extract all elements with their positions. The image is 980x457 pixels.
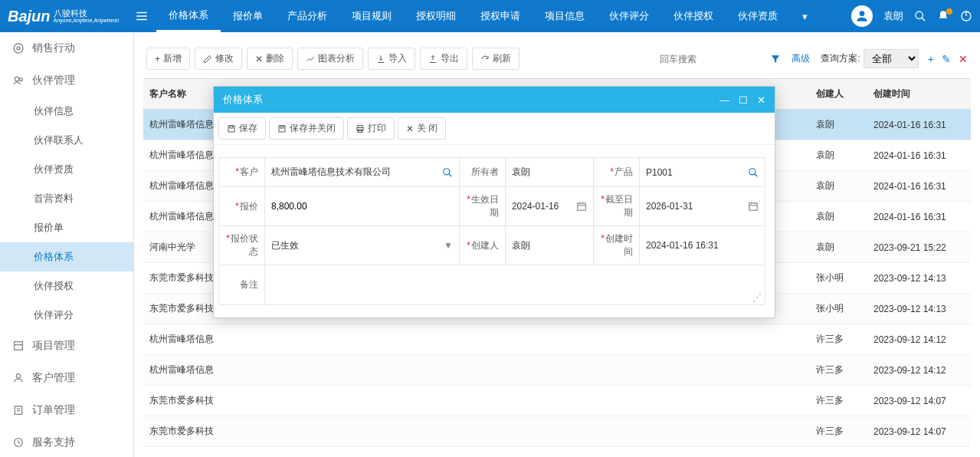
svg-line-32: [755, 173, 758, 176]
edit-button[interactable]: 修改: [195, 48, 242, 70]
top-right: 袁朗: [851, 5, 972, 27]
sidebar-icon: [12, 436, 25, 449]
calendar-icon[interactable]: [576, 201, 587, 212]
price-status-field[interactable]: 已生效▼: [265, 226, 460, 265]
modal-toolbar: 保存 保存并关闭 打印 ✕关 闭: [214, 113, 775, 145]
svg-rect-25: [280, 126, 284, 128]
effective-date-field[interactable]: 2024-01-16: [505, 187, 593, 226]
svg-line-5: [922, 18, 925, 21]
delete-scheme-icon[interactable]: ✕: [959, 53, 968, 65]
svg-rect-12: [15, 342, 23, 350]
product-field[interactable]: P1001: [639, 158, 765, 187]
svg-point-10: [15, 77, 18, 81]
search-icon[interactable]: [442, 167, 453, 178]
expire-date-field[interactable]: 2026-01-31: [639, 187, 765, 226]
column-header[interactable]: 创建人: [810, 79, 867, 109]
sidebar-item-1-0[interactable]: 伙伴信息: [0, 97, 133, 126]
svg-rect-23: [230, 126, 233, 128]
sidebar-item-1-4[interactable]: 报价单: [0, 213, 133, 242]
export-button[interactable]: 导出: [420, 48, 467, 70]
query-scheme: 查询方案: 全部 + ✎ ✕: [821, 49, 968, 68]
edit-scheme-icon[interactable]: ✎: [942, 53, 951, 65]
sidebar-item-1-1[interactable]: 伙伴联系人: [0, 126, 133, 155]
sidebar-group-5[interactable]: 服务支持: [0, 426, 133, 457]
top-tab-1[interactable]: 报价单: [221, 0, 275, 32]
svg-point-29: [444, 168, 450, 174]
table-row[interactable]: 东莞市爱多科技许三多2023-09-12 14:07: [143, 386, 971, 416]
top-tabs: 价格体系报价单产品分析项目规则授权明细授权申请项目信息伙伴评分伙伴授权伙伴资质: [156, 0, 790, 32]
svg-line-30: [449, 173, 452, 176]
sidebar-item-1-7[interactable]: 伙伴评分: [0, 301, 133, 330]
sidebar-icon: [12, 404, 25, 416]
logo[interactable]: Bajun 八骏科技 Anyone,Anytime,Anywhere!: [8, 8, 120, 25]
resize-handle-icon[interactable]: ⋰: [752, 292, 762, 303]
delete-button[interactable]: ✕删除: [247, 48, 293, 70]
save-button[interactable]: 保存: [218, 117, 266, 140]
refresh-button[interactable]: 刷新: [472, 48, 519, 70]
sidebar-item-1-3[interactable]: 首营资料: [0, 184, 133, 213]
scheme-select[interactable]: 全部: [864, 49, 919, 68]
top-tab-5[interactable]: 授权申请: [468, 0, 533, 32]
sidebar-item-1-6[interactable]: 伙伴授权: [0, 271, 133, 301]
modal-close-button[interactable]: ✕关 闭: [398, 117, 446, 140]
owner-field: 袁朗: [505, 158, 593, 187]
top-header: Bajun 八骏科技 Anyone,Anytime,Anywhere! 价格体系…: [0, 0, 980, 32]
customer-field[interactable]: 杭州雷峰塔信息技术有限公司: [265, 158, 460, 187]
avatar[interactable]: [851, 5, 873, 27]
sidebar-group-3[interactable]: 客户管理: [0, 362, 133, 394]
modal-title: 价格体系: [223, 93, 719, 107]
top-tab-0[interactable]: 价格体系: [156, 0, 221, 32]
add-scheme-icon[interactable]: +: [928, 53, 934, 65]
top-tab-7[interactable]: 伙伴评分: [597, 0, 661, 32]
new-button[interactable]: +新增: [146, 48, 190, 70]
username[interactable]: 袁朗: [883, 9, 903, 23]
search-input[interactable]: [651, 51, 765, 67]
price-field[interactable]: [265, 187, 460, 226]
top-tab-8[interactable]: 伙伴授权: [661, 0, 726, 32]
maximize-icon[interactable]: ☐: [739, 94, 748, 106]
chevron-down-icon[interactable]: ▼: [444, 240, 453, 251]
table-row[interactable]: 东莞市爱多科技许三多2023-09-12 14:07: [143, 416, 971, 447]
close-icon[interactable]: ✕: [757, 94, 765, 106]
bell-icon[interactable]: [937, 10, 949, 22]
logo-text: Bajun: [8, 8, 51, 25]
search-icon[interactable]: [748, 167, 759, 178]
top-tab-3[interactable]: 项目规则: [339, 0, 404, 32]
sidebar-group-1[interactable]: 伙伴管理: [0, 64, 133, 97]
print-button[interactable]: 打印: [347, 117, 395, 140]
more-tabs[interactable]: ▾: [790, 11, 820, 22]
table-row[interactable]: 杭州雷峰塔信息许三多2023-09-12 14:12: [143, 324, 971, 355]
modal-titlebar[interactable]: 价格体系 — ☐ ✕: [214, 87, 775, 113]
power-icon[interactable]: [960, 10, 972, 22]
creator-field: 袁朗: [505, 226, 593, 265]
filter-icon[interactable]: [770, 54, 781, 64]
remark-field[interactable]: ⋰: [265, 265, 765, 305]
sidebar-item-1-5[interactable]: 价格体系: [0, 242, 133, 271]
table-row[interactable]: 杭州雷峰塔信息许三多2023-09-12 14:12: [143, 355, 971, 386]
sidebar-group-0[interactable]: 销售行动: [0, 32, 133, 64]
svg-point-3: [860, 11, 865, 16]
top-tab-4[interactable]: 授权明细: [404, 0, 468, 32]
svg-rect-24: [279, 126, 285, 132]
calendar-icon[interactable]: [748, 201, 759, 212]
chart-button[interactable]: 图表分析: [297, 48, 363, 70]
sidebar: 销售行动伙伴管理伙伴信息伙伴联系人伙伴资质首营资料报价单价格体系伙伴授权伙伴评分…: [0, 32, 134, 457]
column-header[interactable]: 创建时间: [867, 79, 967, 109]
save-close-button[interactable]: 保存并关闭: [269, 117, 344, 140]
top-tab-6[interactable]: 项目信息: [533, 0, 597, 32]
sidebar-item-1-2[interactable]: 伙伴资质: [0, 155, 133, 184]
menu-toggle-icon[interactable]: [135, 9, 149, 23]
import-button[interactable]: 导入: [368, 48, 415, 70]
top-tab-2[interactable]: 产品分析: [275, 0, 339, 32]
search-icon[interactable]: [914, 10, 926, 22]
advanced-link[interactable]: 高级: [792, 52, 810, 65]
sidebar-icon: [12, 74, 25, 87]
top-tab-9[interactable]: 伙伴资质: [726, 0, 790, 32]
notification-dot: [946, 8, 952, 15]
minimize-icon[interactable]: —: [719, 94, 729, 106]
sidebar-group-2[interactable]: 项目管理: [0, 330, 133, 362]
sidebar-icon: [12, 340, 25, 352]
svg-rect-37: [749, 203, 758, 210]
sidebar-group-4[interactable]: 订单管理: [0, 394, 133, 426]
sidebar-icon: [12, 42, 25, 54]
